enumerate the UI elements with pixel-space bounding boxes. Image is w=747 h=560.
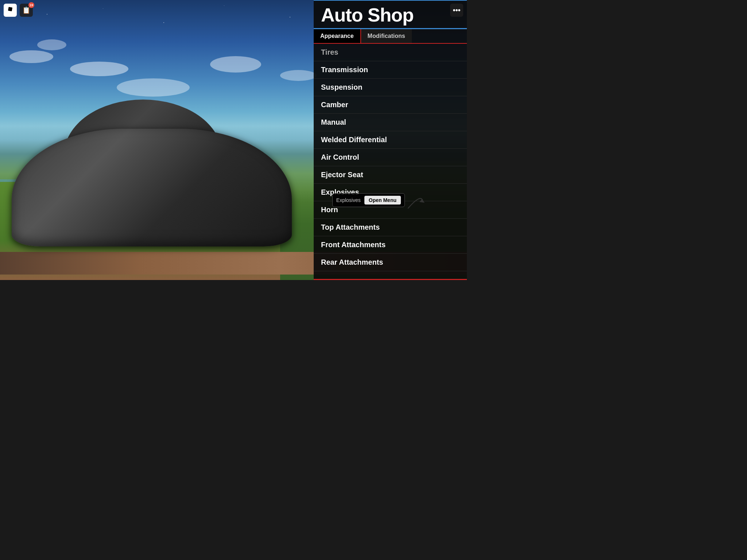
popup-explosives-label: Explosives (336, 197, 361, 203)
top-right-hud: ••• (450, 4, 463, 17)
menu-item-tires[interactable]: Tires (314, 44, 467, 61)
svg-marker-2 (419, 199, 425, 203)
auto-shop-panel: Auto Shop Appearance Modifications Tires… (314, 0, 467, 280)
menu-item-manual[interactable]: Manual (314, 114, 467, 131)
explosives-popup: Explosives Open Menu (332, 193, 405, 207)
panel-title: Auto Shop (321, 5, 460, 24)
notification-button[interactable]: 📋 19 (20, 4, 33, 17)
nav-tabs: Appearance Modifications (314, 29, 467, 44)
menu-item-rear-attachments[interactable]: Rear Attachments (314, 254, 467, 271)
roblox-logo[interactable] (4, 4, 17, 17)
menu-button[interactable]: ••• (450, 4, 463, 17)
top-left-hud: 📋 19 (4, 4, 33, 17)
tab-modifications[interactable]: Modifications (361, 29, 412, 43)
notification-badge: 19 (28, 2, 34, 8)
menu-item-camber[interactable]: Camber (314, 96, 467, 114)
ellipsis-icon: ••• (453, 6, 460, 15)
menu-item-air-control[interactable]: Air Control (314, 149, 467, 166)
popup-arrow-decoration (406, 192, 425, 210)
menu-item-top-attachments[interactable]: Top Attachments (314, 219, 467, 236)
open-menu-button[interactable]: Open Menu (364, 196, 401, 205)
notification-icon: 📋 (22, 6, 30, 14)
menu-list: Tires Transmission Suspension Camber Man… (314, 44, 467, 273)
menu-item-ejector-seat[interactable]: Ejector Seat (314, 166, 467, 184)
menu-item-front-attachments[interactable]: Front Attachments (314, 236, 467, 254)
menu-item-suspension[interactable]: Suspension (314, 79, 467, 96)
car-model (0, 70, 327, 266)
menu-item-alarms[interactable]: Alarms (314, 271, 467, 273)
tab-appearance[interactable]: Appearance (314, 29, 360, 43)
car-body (12, 129, 292, 246)
panel-header: Auto Shop (314, 0, 467, 29)
menu-item-transmission[interactable]: Transmission (314, 61, 467, 79)
menu-item-welded-differential[interactable]: Welded Differential (314, 131, 467, 149)
bottom-accent-line (314, 279, 467, 280)
